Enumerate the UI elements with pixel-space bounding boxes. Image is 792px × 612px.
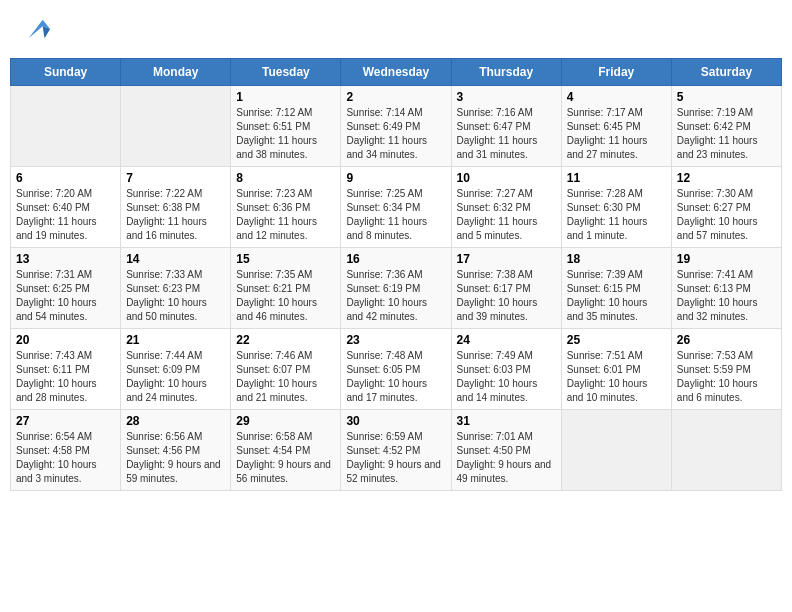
calendar-week-4: 27Sunrise: 6:54 AMSunset: 4:58 PMDayligh… [11,410,782,491]
day-number: 3 [457,90,556,104]
day-header-row: SundayMondayTuesdayWednesdayThursdayFrid… [11,59,782,86]
calendar-cell [671,410,781,491]
day-number: 13 [16,252,115,266]
logo [20,15,52,43]
day-detail: Sunrise: 7:23 AMSunset: 6:36 PMDaylight:… [236,187,335,243]
calendar-cell: 4Sunrise: 7:17 AMSunset: 6:45 PMDaylight… [561,86,671,167]
day-number: 26 [677,333,776,347]
calendar-cell: 8Sunrise: 7:23 AMSunset: 6:36 PMDaylight… [231,167,341,248]
day-detail: Sunrise: 6:56 AMSunset: 4:56 PMDaylight:… [126,430,225,486]
calendar-cell: 22Sunrise: 7:46 AMSunset: 6:07 PMDayligh… [231,329,341,410]
calendar-header: SundayMondayTuesdayWednesdayThursdayFrid… [11,59,782,86]
day-detail: Sunrise: 7:41 AMSunset: 6:13 PMDaylight:… [677,268,776,324]
day-number: 21 [126,333,225,347]
day-detail: Sunrise: 7:48 AMSunset: 6:05 PMDaylight:… [346,349,445,405]
day-number: 29 [236,414,335,428]
day-number: 9 [346,171,445,185]
day-header-wednesday: Wednesday [341,59,451,86]
calendar-cell: 6Sunrise: 7:20 AMSunset: 6:40 PMDaylight… [11,167,121,248]
calendar-cell [11,86,121,167]
day-detail: Sunrise: 6:54 AMSunset: 4:58 PMDaylight:… [16,430,115,486]
day-detail: Sunrise: 7:53 AMSunset: 5:59 PMDaylight:… [677,349,776,405]
page-header [10,10,782,48]
day-detail: Sunrise: 7:20 AMSunset: 6:40 PMDaylight:… [16,187,115,243]
day-detail: Sunrise: 7:46 AMSunset: 6:07 PMDaylight:… [236,349,335,405]
calendar-body: 1Sunrise: 7:12 AMSunset: 6:51 PMDaylight… [11,86,782,491]
day-number: 15 [236,252,335,266]
day-detail: Sunrise: 7:38 AMSunset: 6:17 PMDaylight:… [457,268,556,324]
day-number: 1 [236,90,335,104]
calendar-cell: 5Sunrise: 7:19 AMSunset: 6:42 PMDaylight… [671,86,781,167]
calendar-cell: 31Sunrise: 7:01 AMSunset: 4:50 PMDayligh… [451,410,561,491]
day-number: 30 [346,414,445,428]
calendar-cell: 1Sunrise: 7:12 AMSunset: 6:51 PMDaylight… [231,86,341,167]
day-detail: Sunrise: 6:59 AMSunset: 4:52 PMDaylight:… [346,430,445,486]
calendar-cell: 14Sunrise: 7:33 AMSunset: 6:23 PMDayligh… [121,248,231,329]
day-detail: Sunrise: 7:49 AMSunset: 6:03 PMDaylight:… [457,349,556,405]
day-number: 22 [236,333,335,347]
day-number: 17 [457,252,556,266]
calendar-cell: 24Sunrise: 7:49 AMSunset: 6:03 PMDayligh… [451,329,561,410]
calendar-cell [561,410,671,491]
day-number: 25 [567,333,666,347]
day-detail: Sunrise: 7:28 AMSunset: 6:30 PMDaylight:… [567,187,666,243]
day-detail: Sunrise: 7:51 AMSunset: 6:01 PMDaylight:… [567,349,666,405]
day-detail: Sunrise: 7:12 AMSunset: 6:51 PMDaylight:… [236,106,335,162]
day-number: 6 [16,171,115,185]
day-header-sunday: Sunday [11,59,121,86]
calendar-cell: 19Sunrise: 7:41 AMSunset: 6:13 PMDayligh… [671,248,781,329]
day-detail: Sunrise: 7:17 AMSunset: 6:45 PMDaylight:… [567,106,666,162]
day-number: 10 [457,171,556,185]
calendar-week-3: 20Sunrise: 7:43 AMSunset: 6:11 PMDayligh… [11,329,782,410]
day-number: 8 [236,171,335,185]
day-number: 18 [567,252,666,266]
calendar-cell: 16Sunrise: 7:36 AMSunset: 6:19 PMDayligh… [341,248,451,329]
calendar-cell: 30Sunrise: 6:59 AMSunset: 4:52 PMDayligh… [341,410,451,491]
calendar-cell: 21Sunrise: 7:44 AMSunset: 6:09 PMDayligh… [121,329,231,410]
calendar-cell: 23Sunrise: 7:48 AMSunset: 6:05 PMDayligh… [341,329,451,410]
day-detail: Sunrise: 6:58 AMSunset: 4:54 PMDaylight:… [236,430,335,486]
calendar-week-0: 1Sunrise: 7:12 AMSunset: 6:51 PMDaylight… [11,86,782,167]
day-header-tuesday: Tuesday [231,59,341,86]
calendar-cell: 20Sunrise: 7:43 AMSunset: 6:11 PMDayligh… [11,329,121,410]
day-number: 24 [457,333,556,347]
logo-icon [24,15,52,43]
calendar-cell: 7Sunrise: 7:22 AMSunset: 6:38 PMDaylight… [121,167,231,248]
day-header-monday: Monday [121,59,231,86]
day-number: 14 [126,252,225,266]
calendar-cell: 13Sunrise: 7:31 AMSunset: 6:25 PMDayligh… [11,248,121,329]
day-number: 20 [16,333,115,347]
day-number: 23 [346,333,445,347]
calendar-cell: 27Sunrise: 6:54 AMSunset: 4:58 PMDayligh… [11,410,121,491]
calendar-cell: 9Sunrise: 7:25 AMSunset: 6:34 PMDaylight… [341,167,451,248]
day-detail: Sunrise: 7:22 AMSunset: 6:38 PMDaylight:… [126,187,225,243]
day-detail: Sunrise: 7:14 AMSunset: 6:49 PMDaylight:… [346,106,445,162]
day-number: 7 [126,171,225,185]
calendar-week-1: 6Sunrise: 7:20 AMSunset: 6:40 PMDaylight… [11,167,782,248]
calendar-cell: 28Sunrise: 6:56 AMSunset: 4:56 PMDayligh… [121,410,231,491]
day-number: 28 [126,414,225,428]
day-number: 4 [567,90,666,104]
day-detail: Sunrise: 7:01 AMSunset: 4:50 PMDaylight:… [457,430,556,486]
day-detail: Sunrise: 7:36 AMSunset: 6:19 PMDaylight:… [346,268,445,324]
day-header-thursday: Thursday [451,59,561,86]
day-number: 2 [346,90,445,104]
calendar-cell: 2Sunrise: 7:14 AMSunset: 6:49 PMDaylight… [341,86,451,167]
day-detail: Sunrise: 7:30 AMSunset: 6:27 PMDaylight:… [677,187,776,243]
day-detail: Sunrise: 7:16 AMSunset: 6:47 PMDaylight:… [457,106,556,162]
day-detail: Sunrise: 7:35 AMSunset: 6:21 PMDaylight:… [236,268,335,324]
calendar-cell: 29Sunrise: 6:58 AMSunset: 4:54 PMDayligh… [231,410,341,491]
day-detail: Sunrise: 7:43 AMSunset: 6:11 PMDaylight:… [16,349,115,405]
day-number: 19 [677,252,776,266]
day-number: 5 [677,90,776,104]
day-detail: Sunrise: 7:27 AMSunset: 6:32 PMDaylight:… [457,187,556,243]
day-number: 27 [16,414,115,428]
day-number: 31 [457,414,556,428]
calendar-cell: 18Sunrise: 7:39 AMSunset: 6:15 PMDayligh… [561,248,671,329]
calendar-cell: 10Sunrise: 7:27 AMSunset: 6:32 PMDayligh… [451,167,561,248]
day-detail: Sunrise: 7:44 AMSunset: 6:09 PMDaylight:… [126,349,225,405]
calendar-table: SundayMondayTuesdayWednesdayThursdayFrid… [10,58,782,491]
calendar-cell: 11Sunrise: 7:28 AMSunset: 6:30 PMDayligh… [561,167,671,248]
day-number: 16 [346,252,445,266]
day-header-saturday: Saturday [671,59,781,86]
